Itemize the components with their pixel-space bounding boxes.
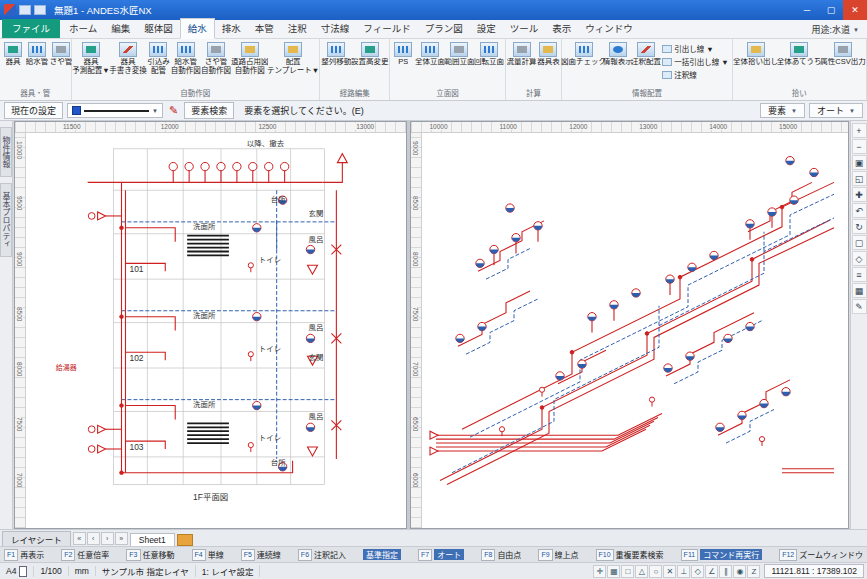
layer-sheet-tab[interactable]: レイヤシート (2, 531, 71, 546)
range-elevation-button[interactable]: 範囲立面 (445, 40, 474, 88)
ps-button[interactable]: PS (391, 40, 415, 88)
select-icon[interactable]: ◇ (852, 251, 867, 266)
previous-view-icon[interactable]: ↶ (852, 203, 867, 218)
sheet-tab-sheet1[interactable]: Sheet1 (130, 533, 175, 546)
grid-toggle-icon[interactable]: ▦ (852, 283, 867, 298)
snap-nearest-icon[interactable]: Z (747, 565, 760, 578)
snap-on-line-icon[interactable]: ◇ (691, 565, 704, 578)
whole-estimate-button[interactable]: 全体あてうち (777, 40, 821, 88)
tab-file[interactable]: ファイル (2, 19, 60, 38)
tab-water-supply[interactable]: 給水 (180, 18, 215, 39)
snap-grid-icon[interactable]: ▦ (607, 565, 620, 578)
close-button[interactable]: ✕ (843, 0, 867, 20)
tab-home[interactable]: ホーム (62, 19, 104, 38)
property-info-tab[interactable]: 物件情報 (0, 127, 12, 177)
auto-dropdown[interactable]: オート▼ (809, 103, 863, 118)
zoom-in-icon[interactable]: + (852, 123, 867, 138)
whole-elevation-button[interactable]: 全体立面 (415, 40, 444, 88)
fkey-redisplay[interactable]: F1再表示 (3, 549, 45, 561)
annotation-line-button[interactable]: 注釈線 (662, 69, 729, 80)
plan-canvas[interactable]: 以降、撤去 台所 玄関 洗面所 風呂 トイレ 101 洗面所 風呂 トイレ 玄関… (26, 133, 406, 528)
minimize-button[interactable]: ─ (795, 0, 819, 20)
supply-pipe-button[interactable]: 給水管 (25, 40, 49, 88)
fixture-predict-place-button[interactable]: 器具予測配置▼ (73, 40, 110, 88)
snap-perpendicular-icon[interactable]: ⊥ (677, 565, 690, 578)
snap-free-icon[interactable]: ✛ (593, 565, 606, 578)
drawing-check-button[interactable]: 図面チェック (563, 40, 603, 88)
snap-center-icon[interactable]: ○ (649, 565, 662, 578)
fkey-polyline[interactable]: F5連続線 (240, 549, 282, 561)
sheath-pipe-autodraw-button[interactable]: さや管自動作図 (201, 40, 231, 88)
pen-icon[interactable]: ✎ (167, 104, 180, 117)
snap-angle-icon[interactable]: ∠ (705, 565, 718, 578)
fkey-repeat-command[interactable]: F11コマンド再実行 (680, 549, 764, 561)
leader-line-button[interactable]: 引出し線 ▼ (662, 43, 729, 54)
layer-setting-cell[interactable]: 1: レイヤ設定 (196, 565, 261, 577)
fkey-any-move[interactable]: F3任意移動 (125, 549, 175, 561)
tab-structure[interactable]: 躯体図 (137, 19, 180, 38)
fixture-handdrawn-convert-button[interactable]: 器具手書き変換 (109, 40, 146, 88)
usage-dropdown[interactable]: 用途:水道 ▼ (806, 21, 865, 38)
next-sheet-button[interactable]: › (101, 532, 114, 545)
tab-window[interactable]: ウィンドウ (578, 19, 640, 38)
first-sheet-button[interactable]: « (73, 532, 86, 545)
install-height-change-button[interactable]: 設置高変更 (351, 40, 388, 88)
isometric-canvas[interactable] (422, 133, 848, 528)
redraw-icon[interactable]: ↻ (852, 219, 867, 234)
fkey-annotation[interactable]: F6注釈記入 (297, 549, 347, 561)
whole-takeoff-button[interactable]: 全体拾い出し (734, 40, 778, 88)
tab-drainage[interactable]: 排水 (215, 19, 248, 38)
tab-tools[interactable]: ツール (503, 19, 546, 38)
basic-property-tab[interactable]: 基本プロパティ (0, 183, 12, 257)
road-occupancy-autodraw-button[interactable]: 道路占用図自動作図 (231, 40, 268, 88)
attribute-csv-export-button[interactable]: 属性CSV出力 (821, 40, 865, 88)
sheath-pipe-button[interactable]: さや管 (49, 40, 73, 88)
snap-endpoint-icon[interactable]: □ (621, 565, 634, 578)
fixture-table-button[interactable]: 器具表 (536, 40, 560, 88)
fkey-base-specify[interactable]: 基準指定 (362, 549, 402, 560)
tab-plan[interactable]: プラン図 (418, 19, 470, 38)
info-display-button[interactable]: 情報表示 (604, 40, 632, 88)
align-move-button[interactable]: 整列移動 (321, 40, 351, 88)
open-icon[interactable] (34, 5, 46, 15)
snap-intersection-icon[interactable]: ✕ (663, 565, 676, 578)
pan-icon[interactable]: ✚ (852, 187, 867, 202)
scale-cell[interactable]: 1/100 (34, 566, 68, 576)
fkey-duplicate-search[interactable]: F10重複要素検索 (595, 549, 665, 561)
tab-view[interactable]: 表示 (545, 19, 578, 38)
zoom-window-icon[interactable]: ▣ (852, 155, 867, 170)
unit-cell[interactable]: mm (69, 566, 96, 576)
paper-size-cell[interactable]: A4 (0, 566, 34, 577)
fkey-single-line[interactable]: F4単線 (191, 549, 225, 561)
tab-edit[interactable]: 編集 (104, 19, 137, 38)
save-icon[interactable] (19, 5, 31, 15)
snap-parallel-icon[interactable]: ∥ (719, 565, 732, 578)
prev-sheet-button[interactable]: ‹ (87, 532, 100, 545)
tab-annotation[interactable]: 注釈 (281, 19, 314, 38)
element-search-button[interactable]: 要素検索 (184, 102, 234, 119)
annotation-place-button[interactable]: 注釈配置 (632, 40, 660, 88)
zoom-fit-icon[interactable]: ◱ (852, 171, 867, 186)
fkey-auto[interactable]: F7オート (417, 549, 465, 561)
fkey-on-line-point[interactable]: F9線上点 (537, 549, 579, 561)
element-dropdown[interactable]: 要素▼ (760, 103, 805, 118)
fkey-free-point[interactable]: F8自由点 (480, 549, 522, 561)
tab-main-pipe[interactable]: 本管 (248, 19, 281, 38)
last-sheet-button[interactable]: » (115, 532, 128, 545)
zoom-out-icon[interactable]: − (852, 139, 867, 154)
snap-midpoint-icon[interactable]: △ (635, 565, 648, 578)
fixture-button[interactable]: 器具 (1, 40, 25, 88)
tab-settings[interactable]: 設定 (470, 19, 503, 38)
service-piping-button[interactable]: 引込み配管 (146, 40, 170, 88)
maximize-button[interactable]: ▢ (819, 0, 843, 20)
snap-node-icon[interactable]: ◉ (733, 565, 746, 578)
line-style-combo[interactable]: ▼ (67, 103, 163, 118)
tab-field[interactable]: フィールド (356, 19, 417, 38)
tab-dimension[interactable]: 寸法線 (314, 19, 357, 38)
rotate-elevation-button[interactable]: 回転立面 (474, 40, 503, 88)
fkey-any-scale[interactable]: F2任意倍率 (60, 549, 110, 561)
fkey-zoom-window[interactable]: F12ズームウィンドウ (778, 549, 864, 561)
batch-leader-line-button[interactable]: 一括引出し線 ▼ (662, 56, 729, 67)
layer-list-icon[interactable]: ≡ (852, 267, 867, 282)
edit-icon[interactable]: ✎ (852, 299, 867, 314)
